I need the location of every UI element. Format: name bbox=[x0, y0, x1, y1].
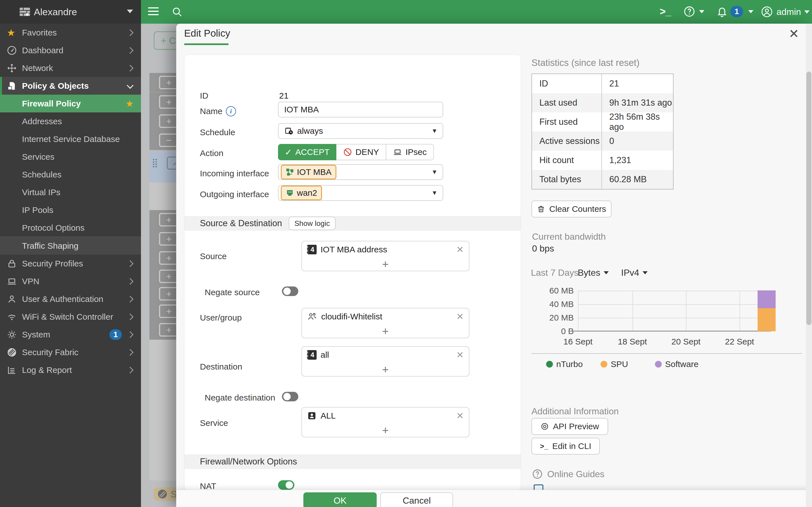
show-logic-button[interactable]: Show logic bbox=[289, 217, 336, 230]
ok-button[interactable]: OK bbox=[303, 492, 377, 507]
deny-button[interactable]: DENY bbox=[336, 144, 386, 160]
sidebar-item-wifi-switch-controller[interactable]: WiFi & Switch Controller bbox=[0, 308, 141, 326]
admin-menu[interactable]: admin bbox=[761, 6, 809, 18]
stacked-bar bbox=[758, 290, 776, 331]
incoming-interface-select[interactable]: IOT MBA ▼ bbox=[278, 164, 443, 180]
negate-destination-toggle[interactable] bbox=[282, 392, 298, 401]
cancel-button[interactable]: Cancel bbox=[380, 492, 453, 507]
system-alert-badge: 1 bbox=[109, 329, 122, 340]
incoming-interface-chip[interactable]: IOT MBA bbox=[281, 165, 336, 179]
schedule-clock-icon bbox=[284, 126, 294, 136]
edit-policy-dialog: Edit Policy ✕ ID 21 Namei IOT MBA Schedu… bbox=[176, 24, 812, 507]
dialog-title-underline bbox=[184, 43, 229, 45]
sidebar-item-services[interactable]: Services bbox=[0, 148, 141, 166]
api-preview-icon bbox=[541, 422, 549, 431]
ipsec-laptop-icon bbox=[393, 148, 402, 157]
info-icon[interactable]: i bbox=[226, 106, 236, 116]
bar-segment-spu bbox=[758, 308, 776, 331]
outgoing-interface-chip[interactable]: wan2 bbox=[281, 186, 322, 200]
sidebar-item-dashboard[interactable]: Dashboard bbox=[0, 41, 141, 59]
id-value: 21 bbox=[279, 91, 289, 101]
bell-icon bbox=[716, 6, 728, 17]
help-menu[interactable] bbox=[683, 6, 704, 17]
user-icon bbox=[7, 294, 17, 304]
wifi-icon bbox=[7, 312, 17, 322]
ethernet-port-icon bbox=[286, 189, 294, 197]
sidebar-item-network[interactable]: Network bbox=[0, 59, 141, 77]
chevron-right-icon bbox=[126, 47, 133, 54]
firewall-logo-icon bbox=[18, 6, 31, 18]
drag-handle-icon[interactable]: ⣿ bbox=[152, 158, 159, 168]
add-source-button[interactable]: + bbox=[302, 258, 469, 271]
negate-source-label: Negate source bbox=[205, 288, 260, 297]
add-destination-button[interactable]: + bbox=[302, 363, 469, 376]
usergroup-label: User/group bbox=[200, 313, 242, 323]
vdom-selector[interactable]: Alexandre bbox=[0, 0, 141, 24]
sidebar-item-security-fabric[interactable]: Security Fabric bbox=[0, 343, 141, 361]
cli-console-button[interactable]: >_ bbox=[660, 6, 671, 17]
accept-button[interactable]: ✓ ACCEPT bbox=[278, 144, 336, 160]
sidebar-item-security-profiles[interactable]: Security Profiles bbox=[0, 255, 141, 272]
sidebar-item-favorites[interactable]: ★ Favorites bbox=[0, 24, 141, 41]
legend-divider bbox=[531, 353, 802, 354]
security-fabric-toggle-button[interactable]: S bbox=[154, 488, 179, 501]
menu-toggle-button[interactable] bbox=[148, 7, 159, 15]
outgoing-interface-label: Outgoing interface bbox=[200, 189, 269, 199]
sidebar-item-log-report[interactable]: Log & Report bbox=[0, 361, 141, 379]
sidebar-item-addresses[interactable]: Addresses bbox=[0, 112, 141, 130]
source-entry[interactable]: 4 IOT MBA address ✕ bbox=[302, 241, 469, 258]
sidebar-item-virtual-ips[interactable]: Virtual IPs bbox=[0, 183, 141, 201]
sidebar-item-vpn[interactable]: VPN bbox=[0, 272, 141, 290]
fortigate-app: Alexandre >_ 1 admin ★ Favorites bbox=[0, 0, 812, 507]
usergroup-multiselect: cloudifi-Whitelist ✕ + bbox=[301, 308, 469, 338]
sidebar-item-firewall-policy[interactable]: Firewall Policy ★ bbox=[0, 95, 141, 112]
usergroup-entry[interactable]: cloudifi-Whitelist ✕ bbox=[302, 308, 469, 325]
sidebar-item-internet-service-database[interactable]: Internet Service Database bbox=[0, 130, 141, 148]
sidebar-item-protocol-options[interactable]: Protocol Options bbox=[0, 219, 141, 237]
add-usergroup-button[interactable]: + bbox=[302, 325, 469, 338]
all-service-icon bbox=[307, 411, 317, 420]
destination-entry[interactable]: 4 all ✕ bbox=[302, 347, 469, 363]
favorite-star-icon[interactable]: ★ bbox=[125, 98, 134, 109]
dropdown-caret-icon: ▼ bbox=[432, 127, 438, 135]
service-entry[interactable]: ALL ✕ bbox=[302, 407, 469, 424]
user-group-icon bbox=[307, 312, 317, 322]
sidebar-item-ip-pools[interactable]: IP Pools bbox=[0, 201, 141, 219]
search-button[interactable] bbox=[171, 6, 183, 17]
firewall-options-section-header: Firewall/Network Options bbox=[185, 454, 521, 469]
edit-in-cli-button[interactable]: >_ Edit in CLI bbox=[531, 438, 600, 455]
scrollbar-track[interactable] bbox=[806, 24, 812, 507]
ipsec-button[interactable]: IPsec bbox=[386, 144, 434, 160]
sidebar-item-system[interactable]: System 1 bbox=[0, 326, 141, 343]
remove-icon[interactable]: ✕ bbox=[456, 349, 464, 360]
negate-source-toggle[interactable] bbox=[282, 286, 298, 296]
chevron-down-icon bbox=[126, 82, 133, 89]
additional-info-header: Additional Information bbox=[531, 406, 619, 416]
sidebar-item-schedules[interactable]: Schedules bbox=[0, 166, 141, 183]
sidebar-item-policy-objects[interactable]: Policy & Objects bbox=[0, 77, 141, 95]
policy-doc-icon bbox=[7, 81, 17, 91]
legend-dot bbox=[655, 361, 662, 368]
remove-icon[interactable]: ✕ bbox=[456, 410, 464, 421]
sidebar-item-user-authentication[interactable]: User & Authentication bbox=[0, 290, 141, 308]
guide-link-icon[interactable] bbox=[534, 485, 543, 490]
chevron-right-icon bbox=[126, 313, 133, 320]
close-icon[interactable]: ✕ bbox=[789, 27, 799, 40]
unit-dropdown[interactable]: Bytes bbox=[578, 268, 609, 278]
notifications-menu[interactable]: 1 bbox=[716, 6, 753, 17]
name-input[interactable]: IOT MBA bbox=[278, 102, 443, 117]
remove-icon[interactable]: ✕ bbox=[456, 311, 464, 322]
schedule-select[interactable]: always ▼ bbox=[278, 123, 443, 139]
ip-version-dropdown[interactable]: IPv4 bbox=[621, 268, 648, 278]
clear-counters-button[interactable]: Clear Counters bbox=[531, 201, 612, 217]
vdom-caret-icon bbox=[127, 10, 133, 13]
chart-period-label: Last 7 Days bbox=[531, 268, 578, 278]
outgoing-interface-select[interactable]: wan2 ▼ bbox=[278, 185, 443, 201]
lock-icon bbox=[7, 259, 17, 269]
scrollbar-thumb[interactable] bbox=[806, 71, 811, 325]
remove-icon[interactable]: ✕ bbox=[456, 244, 464, 255]
api-preview-button[interactable]: API Preview bbox=[531, 418, 608, 435]
sidebar-item-traffic-shaping[interactable]: Traffic Shaping bbox=[0, 237, 141, 255]
nat-toggle[interactable] bbox=[278, 480, 294, 490]
add-service-button[interactable]: + bbox=[302, 424, 469, 437]
